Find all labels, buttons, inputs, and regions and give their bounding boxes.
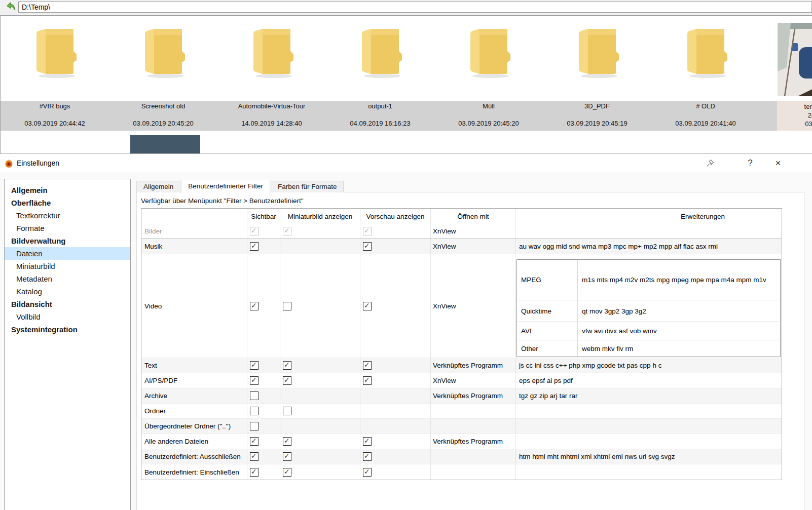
- table-row: AI/PS/PDFXnVieweps epsf ai ps pdf: [141, 373, 782, 388]
- photo-thumbnail[interactable]: [778, 23, 812, 96]
- sidebar-item-miniaturbild[interactable]: Miniaturbild: [5, 260, 130, 272]
- checkbox[interactable]: [363, 437, 372, 446]
- tab-farben-f-r-formate[interactable]: Farben für Formate: [271, 181, 344, 192]
- open-with-cell[interactable]: [431, 404, 516, 418]
- thumbnail-cell: [280, 373, 360, 388]
- checkbox[interactable]: [363, 361, 372, 370]
- checkbox[interactable]: [363, 376, 372, 385]
- address-input[interactable]: [18, 2, 812, 13]
- go-up-button[interactable]: [5, 2, 17, 14]
- subtable-extensions[interactable]: webm mkv flv rm: [578, 340, 780, 357]
- sidebar-item-allgemein[interactable]: Allgemein: [5, 184, 130, 197]
- open-with-cell[interactable]: [431, 419, 516, 434]
- sidebar-item-systemintegration[interactable]: Systemintegration: [5, 323, 130, 336]
- folder-item[interactable]: [217, 25, 326, 101]
- checkbox[interactable]: [283, 452, 291, 461]
- folder-item[interactable]: [651, 25, 760, 101]
- subtable-row: Quicktimeqt mov 3gp2 3gp 3g2: [517, 300, 780, 322]
- sidebar-item-oberfl-che[interactable]: Oberfläche: [5, 197, 130, 209]
- sidebar-item-bildansicht[interactable]: Bildansicht: [5, 298, 130, 310]
- folder-item[interactable]: [434, 25, 543, 101]
- open-with-cell[interactable]: Verknüpftes Programm: [431, 358, 516, 373]
- checkbox[interactable]: [250, 376, 259, 385]
- checkbox[interactable]: [363, 302, 372, 310]
- extensions-cell[interactable]: [516, 404, 782, 418]
- help-button[interactable]: ?: [739, 154, 762, 172]
- extensions-cell[interactable]: js cc ini css c++ php xmp gcode txt pas …: [516, 358, 782, 373]
- visible-cell: [247, 419, 280, 434]
- column-header: Öffnen mit: [431, 209, 516, 224]
- checkbox[interactable]: [283, 468, 291, 477]
- file-name: output-1: [326, 102, 434, 110]
- sidebar-item-formate[interactable]: Formate: [5, 222, 130, 234]
- sidebar-item-bildverwaltung[interactable]: Bildverwaltung: [5, 234, 130, 247]
- open-with-cell[interactable]: [431, 449, 516, 464]
- extensions-cell[interactable]: [516, 419, 782, 434]
- open-with-cell[interactable]: Verknüpftes Programm: [431, 388, 516, 403]
- partial-thumbnail[interactable]: [130, 135, 200, 153]
- checkbox[interactable]: [250, 437, 259, 446]
- checkbox[interactable]: [250, 302, 259, 310]
- file-date: 04.09.2019 16:16:23: [326, 120, 434, 127]
- subtable-extensions[interactable]: m1s mts mp4 m2v m2ts mpg mpeg mpe mpa m4…: [578, 260, 780, 300]
- open-with-cell[interactable]: XnView: [431, 373, 516, 388]
- subtable-extensions[interactable]: qt mov 3gp2 3gp 3g2: [578, 300, 780, 322]
- checkbox[interactable]: [250, 452, 259, 461]
- open-with-cell[interactable]: [431, 464, 516, 480]
- checkbox[interactable]: [363, 468, 372, 477]
- checkbox[interactable]: [250, 391, 259, 400]
- folder-item[interactable]: [109, 25, 217, 101]
- preview-cell: [360, 224, 431, 239]
- checkbox[interactable]: [283, 407, 291, 415]
- extensions-cell[interactable]: tgz gz zip arj tar rar: [516, 388, 782, 403]
- row-label: Übergeordneter Ordner (".."): [141, 419, 247, 434]
- file-name: Screenshot old: [109, 102, 217, 110]
- open-with-cell[interactable]: XnView: [431, 254, 516, 358]
- tab-allgemein[interactable]: Allgemein: [136, 181, 180, 192]
- tab-panel: Verfügbar über Menüpunkt "Filter > Benut…: [136, 192, 804, 510]
- sidebar-item-katalog[interactable]: Katalog: [5, 285, 130, 298]
- close-button[interactable]: ×: [766, 154, 790, 172]
- visible-cell: [247, 464, 280, 480]
- open-with-cell[interactable]: XnView: [431, 239, 516, 254]
- file-date: 03.09.2019 20:45:20: [109, 120, 217, 127]
- tab-benutzerdefinierter-filter[interactable]: Benutzerdefinierter Filter: [181, 179, 270, 193]
- open-with-cell[interactable]: Verknüpftes Programm: [431, 434, 516, 449]
- partial-file-item[interactable]: temp 24 03.0: [759, 102, 812, 128]
- extensions-cell[interactable]: MPEGm1s mts mp4 m2v m2ts mpg mpeg mpe mp…: [516, 254, 782, 358]
- folder-item[interactable]: [543, 25, 651, 101]
- filter-hint-text: Verfügbar über Menüpunkt "Filter > Benut…: [141, 197, 304, 205]
- preview-cell: [360, 464, 431, 480]
- folder-item[interactable]: [1, 25, 109, 101]
- extensions-cell[interactable]: [516, 434, 782, 449]
- subtable-extensions[interactable]: vfw avi divx asf vob wmv: [578, 322, 780, 340]
- checkbox[interactable]: [250, 242, 259, 251]
- sidebar-item-dateien[interactable]: Dateien: [5, 247, 130, 260]
- checkbox[interactable]: [250, 407, 259, 415]
- extensions-cell[interactable]: [516, 464, 782, 480]
- extensions-cell[interactable]: [516, 224, 782, 239]
- sidebar-item-textkorrektur[interactable]: Textkorrektur: [5, 209, 130, 222]
- visible-cell: [247, 254, 280, 358]
- folder-item[interactable]: [326, 25, 434, 101]
- extensions-cell[interactable]: au wav ogg mid snd wma mp3 mpc mp+ mp2 m…: [516, 239, 782, 254]
- checkbox[interactable]: [283, 437, 291, 446]
- sidebar-item-vollbild[interactable]: Vollbild: [5, 310, 130, 323]
- checkbox[interactable]: [250, 468, 259, 477]
- checkbox[interactable]: [363, 452, 372, 461]
- checkbox[interactable]: [250, 422, 259, 430]
- checkbox[interactable]: [283, 302, 291, 310]
- checkbox[interactable]: [283, 376, 291, 385]
- extensions-cell[interactable]: eps epsf ai ps pdf: [516, 373, 782, 388]
- table-row: Ordner: [141, 404, 782, 419]
- checkbox[interactable]: [363, 242, 372, 251]
- sidebar-item-metadaten[interactable]: Metadaten: [5, 272, 130, 285]
- dialog-titlebar[interactable]: Einstellungen ? ×: [0, 154, 812, 172]
- visible-cell: [247, 358, 280, 373]
- row-label: AI/PS/PDF: [141, 373, 247, 388]
- checkbox[interactable]: [283, 361, 291, 370]
- extensions-cell[interactable]: htm html mht mhtml xml xhtml eml nws url…: [516, 449, 782, 464]
- pin-button[interactable]: [698, 154, 722, 172]
- checkbox[interactable]: [250, 361, 259, 370]
- open-with-cell[interactable]: XnView: [431, 224, 516, 239]
